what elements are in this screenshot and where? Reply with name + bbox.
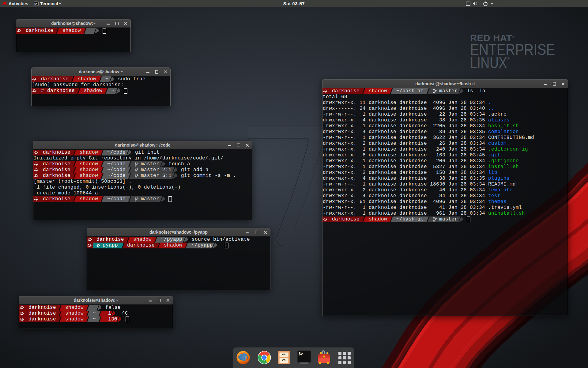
svg-text:$>: $> — [34, 3, 37, 5]
svg-text:$>: $> — [299, 352, 303, 356]
